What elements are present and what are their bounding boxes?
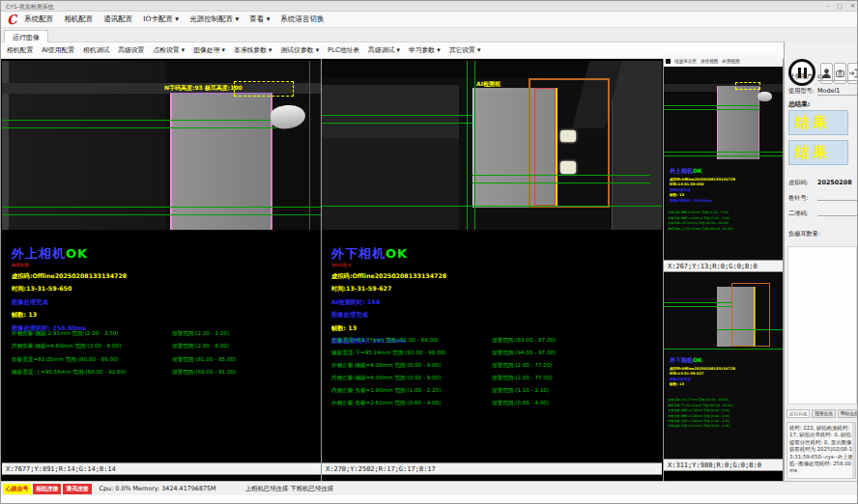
log-text: 耗时: 222, 缺陷检测耗时: 17, 缺陷分类耗时: 0, 缺陷提取分区耗时… [789,425,853,473]
measure-line [717,329,783,330]
measure-row: 内侧正极-隔膜=4.38mm 范围:(0.00 - 9.00) 报警范围:(2.… [331,375,650,382]
measure-line [664,302,731,303]
tool-plc-address[interactable]: PLC地址表 [328,45,359,55]
thumbnail-top[interactable]: 外上相机OK 虚拟码:Offline20250208133134728 时间:1… [664,67,783,260]
thumb-header-detect-view[interactable]: 检测视图 [722,59,739,64]
log-textarea[interactable]: 耗时: 222, 缺陷检测耗时: 17, 缺陷分类耗时: 0, 缺陷提取分区耗时… [786,422,856,479]
thumb-header-zoom[interactable]: 缩放显示区 [674,59,697,64]
camera-image-left[interactable]: N字码高度:93 极耳高度:100 [2,61,321,230]
roi-annotation: N字码高度:93 极耳高度:100 [164,84,243,93]
menu-system-config[interactable]: 系统配置 [24,14,53,24]
camera-result-title: 外上相机OK [12,245,301,263]
tool-advanced-debug[interactable]: 高级调试 ▾ [368,45,400,55]
menu-bar: C 系统配置 相机配置 通讯配置 IO卡配置 ▾ 光源控制配置 ▾ 查看 ▾ 系… [1,12,858,28]
thumbnail-bottom[interactable]: 外下相机OK 虚拟码:Offline20250208133134728 时间:1… [664,273,783,459]
alarm-text: 报警范围:(2.00 - 8.00) [172,343,229,350]
alarm-text: 报警范围:(1.10 - 2.10) [492,387,549,395]
menu-io-config[interactable]: IO卡配置 ▾ [143,14,179,24]
measure-text: 内侧正极-负极=1.90mm 范围:(1.00 - 2.20) [331,387,441,393]
measure-text: 隔膜宽度-上=90.56mm 范围:(88.00 - 92.00) [12,369,126,375]
qr-code-value[interactable] [817,210,858,216]
frame-count: 帧数: 13 [670,382,735,386]
thumb-header-stitch-view[interactable]: 拼接视图 [701,59,718,64]
frame-count: 帧数: 13 [331,324,621,333]
measure-text: 外侧负极-隔膜:2.91mm 范围:(2.00 - 3.50) [668,210,780,214]
camera-name: 外下相机 [670,356,693,363]
measure-line [472,175,650,176]
camera-panel-left: N字码高度:93 极耳高度:100 外上相机OK 触发时间 虚拟码:Offlin… [2,59,321,481]
camera-image-middle[interactable]: AI检测框 [322,61,662,230]
ai-cost: AI检测耗时: 168 [331,298,621,307]
menu-comm-config[interactable]: 通讯配置 [103,14,132,24]
measure-text: 内侧负极-隔膜=4.60mm 范围:(3.00 - 6.00) [668,216,780,220]
qr-code-label: 二维码: [788,210,809,216]
image-structure [612,61,662,230]
measure-line [664,105,760,106]
measure-text: 内侧正极-隔膜=4.38mm 范围:(0.00 - 9.00) [331,375,441,380]
log-tab-alarm[interactable]: 报警信息 [812,409,835,418]
tool-spot-check[interactable]: 点检设置 ▾ [153,45,185,55]
measure-text: 隔膜宽度-上=90.56mm 范围:(88.00 - 92.00) [668,227,780,231]
timestamp: 时间:13-31-59-627 [331,285,621,294]
measure-line [472,182,650,183]
tool-camera-debug[interactable]: 相机调试 [83,45,109,55]
tool-baseline-params[interactable]: 基准线参数 ▾ [234,45,272,55]
measure-row: 外侧正极-隔膜=4.38mm 范围:(0.00 - 9.00) 报警范围:(2.… [331,362,650,370]
menu-view[interactable]: 查看 ▾ [249,14,270,24]
result-list-panel [787,246,857,405]
tool-ai-config[interactable]: AI使用配置 [42,45,74,55]
minimize-icon[interactable]: – [826,2,829,9]
timestamp: 时间:13-31-59-650 [670,182,735,186]
measure-text: 内侧正极-负极=1.90mm 范围:(1.00 - 2.20) [668,419,780,423]
measure-line [2,120,276,121]
result-ok: OK [693,167,702,174]
camera-link-badge: 相机连接 [33,484,61,494]
measure-line [2,127,276,128]
tool-other-settings[interactable]: 其它设置 ▾ [449,45,481,55]
pin-number-field: 卷针号: [788,194,809,203]
mini-rows: 正极宽度=83.77mm 范围:(82.00 - 88.00) 隔膜宽度-下=9… [668,397,780,428]
tool-image-processing[interactable]: 图像处理 ▾ [193,45,225,55]
model-value[interactable]: Model1 [817,87,858,96]
menu-language-switch[interactable]: 系统语言切换 [280,14,324,24]
measure-row: 负极宽度=83.05mm 范围:(80.00 - 86.00) 报警范围:(81… [12,356,321,364]
alarm-text: 报警范围:(0.60 - 4.00) [492,400,549,407]
tool-camera-config[interactable]: 相机配置 [7,45,33,55]
timestamp: 时间:13-31-59-627 [670,372,735,376]
tab-run-image[interactable]: 运行图像 [4,30,48,42]
camera-name: 外上相机 [670,167,693,174]
pixel-readout-middle: X:270;Y:2502;R:17;G:17;B:17 [322,462,662,475]
virtual-code-label: 虚拟码: [788,179,809,185]
electrode-region [170,93,272,230]
measure-text: 外侧正极-负极=2.61mm 范围:(0.60 - 4.00) [331,400,441,406]
window-bottom-edge [1,495,858,504]
tool-tester-params[interactable]: 测试仪参数 ▾ [281,45,320,55]
measure-line [664,152,783,153]
measure-text: 负极宽度=83.05mm 范围:(80.00 - 86.00) [668,221,780,225]
log-scrollbar[interactable] [852,423,855,478]
heartbeat-badge: 心跳信号 [3,484,31,494]
menu-light-config[interactable]: 光源控制配置 ▾ [189,14,239,24]
black-square-icon [666,59,671,64]
image-structure [322,85,459,138]
login-user-field: 登录用户: cys [788,72,815,81]
log-tab-run[interactable]: 运行日志 [786,409,810,418]
pin-number-value[interactable] [817,194,858,201]
login-user-value[interactable]: cys [817,72,858,81]
camera-result-title: 外下相机OK [331,245,621,263]
close-icon[interactable]: ✕ [850,2,855,9]
measure-line [664,349,783,350]
measure-line [474,61,475,230]
measure-line [664,306,731,307]
maximize-icon[interactable]: ▢ [837,2,843,9]
trigger-info: 触发时间 [12,263,301,267]
image-structure [309,61,310,230]
measure-line [2,207,321,208]
mini-overlay: 外上相机OK 虚拟码:Offline20250208133134728 时间:1… [670,167,735,203]
result-overlay-left: 外上相机OK 触发时间 虚拟码:Offline20250208133134728… [12,245,301,333]
tool-advanced-settings[interactable]: 高级设置 [118,45,144,55]
log-tab-help[interactable]: 帮助信息 [838,409,858,418]
tool-learning-params[interactable]: 学习参数 ▾ [409,45,441,55]
virtual-code: 虚拟码:Offline20250208133134728 [670,367,735,371]
menu-camera-config[interactable]: 相机配置 [64,14,93,24]
